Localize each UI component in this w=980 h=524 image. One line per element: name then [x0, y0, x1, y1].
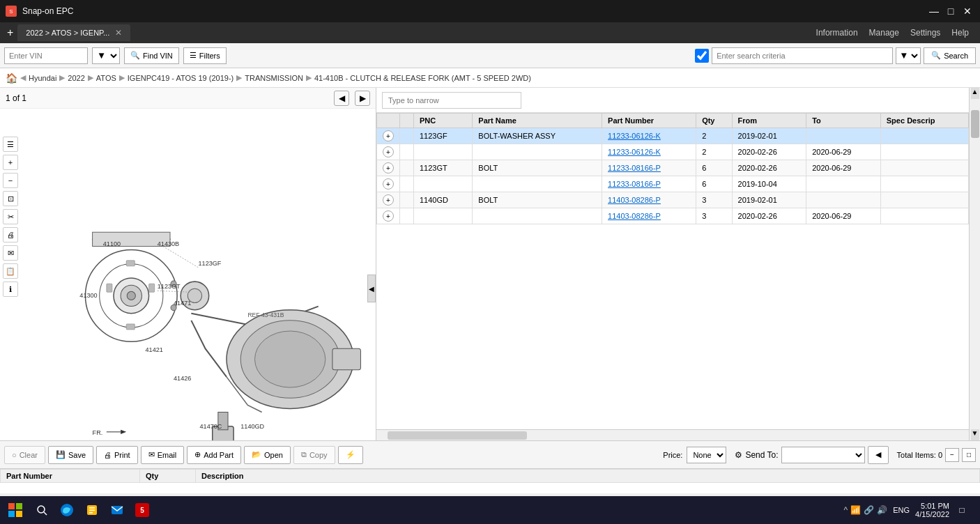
row-part-number[interactable]: 11233-08166-P — [602, 160, 696, 176]
cart-col-description[interactable]: Description — [196, 470, 980, 483]
find-vin-button[interactable]: 🔍 Find VIN — [124, 47, 179, 64]
type-to-narrow-input[interactable] — [382, 92, 521, 109]
vin-dropdown[interactable]: ▼ — [92, 47, 120, 64]
col-from[interactable]: From — [732, 114, 806, 128]
save-button[interactable]: 💾 Save — [48, 446, 93, 464]
cart-col-part-number[interactable]: Part Number — [1, 470, 140, 483]
price-select[interactable]: None — [687, 447, 726, 463]
part-number-link[interactable]: 11233-08166-P — [608, 164, 661, 172]
network-icon[interactable]: 📶 — [850, 505, 861, 515]
nav-settings[interactable]: Settings — [910, 28, 940, 38]
chevron-icon[interactable]: ^ — [844, 505, 848, 515]
clear-button[interactable]: ○ Clear — [4, 446, 45, 464]
row-expand[interactable]: + — [377, 208, 400, 224]
row-part-number[interactable]: 11403-08286-P — [602, 208, 696, 224]
col-part-name[interactable]: Part Name — [473, 114, 602, 128]
row-part-number[interactable]: 11233-06126-K — [602, 128, 696, 144]
expand-btn[interactable]: + — [383, 210, 394, 222]
row-expand[interactable]: + — [377, 176, 400, 192]
search-button[interactable]: 🔍 Search — [924, 47, 976, 64]
breadcrumb-hyundai[interactable]: Hyundai — [29, 74, 56, 82]
sendto-nav-btn[interactable]: ◀ — [868, 446, 889, 464]
vertical-scrollbar[interactable]: ▲ ▼ — [969, 88, 980, 440]
col-qty[interactable]: Qty — [696, 114, 732, 128]
home-icon[interactable]: 🏠 — [6, 72, 17, 84]
col-to[interactable]: To — [806, 114, 881, 128]
col-part-number[interactable]: Part Number — [602, 114, 696, 128]
col-pnc[interactable]: PNC — [414, 114, 473, 128]
row-part-number[interactable]: 11233-08166-P — [602, 176, 696, 192]
row-part-number[interactable]: 11403-08286-P — [602, 192, 696, 208]
nav-help[interactable]: Help — [951, 28, 969, 38]
email-diagram-btn[interactable]: ✉ — [3, 245, 18, 261]
minimize-window-btn[interactable]: — — [927, 4, 941, 18]
volume-icon[interactable]: 🔊 — [877, 505, 887, 515]
taskbar-search-btn[interactable] — [31, 499, 53, 521]
notes-btn[interactable]: 📋 — [3, 263, 18, 279]
part-number-link[interactable]: 11233-06126-K — [608, 132, 661, 140]
expand-btn[interactable]: + — [383, 130, 394, 141]
zoom-out-btn[interactable]: − — [3, 173, 18, 188]
filters-button[interactable]: ☰ Filters — [183, 47, 227, 64]
taskbar-edge-icon[interactable] — [56, 499, 78, 521]
breadcrumb-transmission[interactable]: TRANSMISSION — [245, 74, 303, 82]
taskbar-mail-icon[interactable] — [106, 499, 128, 521]
part-number-link[interactable]: 11403-08286-P — [608, 196, 661, 204]
info-btn[interactable]: ℹ — [3, 282, 18, 297]
sendto-select[interactable] — [781, 447, 865, 463]
print-button[interactable]: 🖨 Print — [96, 446, 138, 464]
add-tab-btn[interactable]: + — [3, 26, 17, 39]
wifi-icon[interactable]: 🔗 — [864, 505, 874, 515]
part-number-link[interactable]: 11403-08286-P — [608, 212, 661, 220]
close-window-btn[interactable]: ✕ — [960, 4, 974, 18]
maximize-window-btn[interactable]: □ — [944, 4, 958, 18]
email-button[interactable]: ✉ Email — [141, 446, 185, 464]
prev-page-btn[interactable]: ◀ — [334, 91, 349, 106]
copy-button[interactable]: ⧉ Copy — [293, 446, 335, 464]
open-button[interactable]: 📂 Open — [244, 446, 291, 464]
fit-view-btn[interactable]: ⊡ — [3, 191, 18, 206]
breadcrumb-igenpc419[interactable]: IGENPC419 - ATOS 19 (2019-) — [128, 74, 233, 82]
cart-col-qty[interactable]: Qty — [140, 470, 196, 483]
cut-btn[interactable]: ✂ — [3, 209, 18, 224]
taskbar-snapon-icon[interactable]: 5 — [131, 499, 153, 521]
expand-btn[interactable]: + — [383, 146, 394, 157]
add-part-button[interactable]: ⊕ Add Part — [187, 446, 241, 464]
expand-btn[interactable]: + — [383, 178, 394, 190]
row-part-number[interactable]: 11233-06126-K — [602, 144, 696, 160]
nav-manage[interactable]: Manage — [869, 28, 899, 38]
lightning-button[interactable]: ⚡ — [338, 446, 363, 464]
breadcrumb-atos[interactable]: ATOS — [96, 74, 116, 82]
print-diagram-btn[interactable]: 🖨 — [3, 227, 18, 242]
system-clock[interactable]: 5:01 PM 4/15/2022 — [915, 502, 949, 518]
vin-input[interactable] — [4, 47, 88, 64]
next-page-btn[interactable]: ▶ — [355, 91, 370, 106]
breadcrumb-2022[interactable]: 2022 — [68, 74, 84, 82]
search-checkbox[interactable] — [695, 49, 709, 63]
parts-table-container[interactable]: PNC Part Name Part Number Qty From To Sp… — [376, 113, 969, 429]
breadcrumb-clutch[interactable]: 41-410B - CLUTCH & RELEASE FORK (AMT - 5… — [314, 74, 531, 82]
main-tab[interactable]: 2022 > ATOS > IGENP... ✕ — [17, 24, 130, 41]
part-number-link[interactable]: 11233-08166-P — [608, 180, 661, 188]
zoom-in-btn[interactable]: + — [3, 155, 18, 170]
cart-maximize-btn[interactable]: □ — [962, 448, 976, 462]
search-mode-dropdown[interactable]: ▼ — [896, 47, 921, 64]
start-button[interactable] — [3, 498, 28, 523]
col-spec-desc[interactable]: Spec Descrip — [880, 114, 968, 128]
part-number-link[interactable]: 11233-06126-K — [608, 148, 661, 156]
row-expand[interactable]: + — [377, 128, 400, 144]
tab-close-btn[interactable]: ✕ — [115, 28, 122, 38]
row-expand[interactable]: + — [377, 192, 400, 208]
cart-minimize-btn[interactable]: − — [945, 448, 959, 462]
notification-btn[interactable]: □ — [952, 500, 972, 520]
expand-btn[interactable]: + — [383, 162, 394, 174]
scrollbar-thumb[interactable] — [971, 110, 979, 138]
horizontal-scrollbar[interactable] — [376, 429, 969, 440]
taskbar-files-icon[interactable] — [81, 499, 103, 521]
nav-information[interactable]: Information — [816, 28, 858, 38]
row-expand[interactable]: + — [377, 160, 400, 176]
collapse-panel-btn[interactable]: ◀ — [367, 275, 376, 302]
row-expand[interactable]: + — [377, 144, 400, 160]
search-input[interactable] — [712, 47, 893, 64]
expand-btn[interactable]: + — [383, 194, 394, 206]
